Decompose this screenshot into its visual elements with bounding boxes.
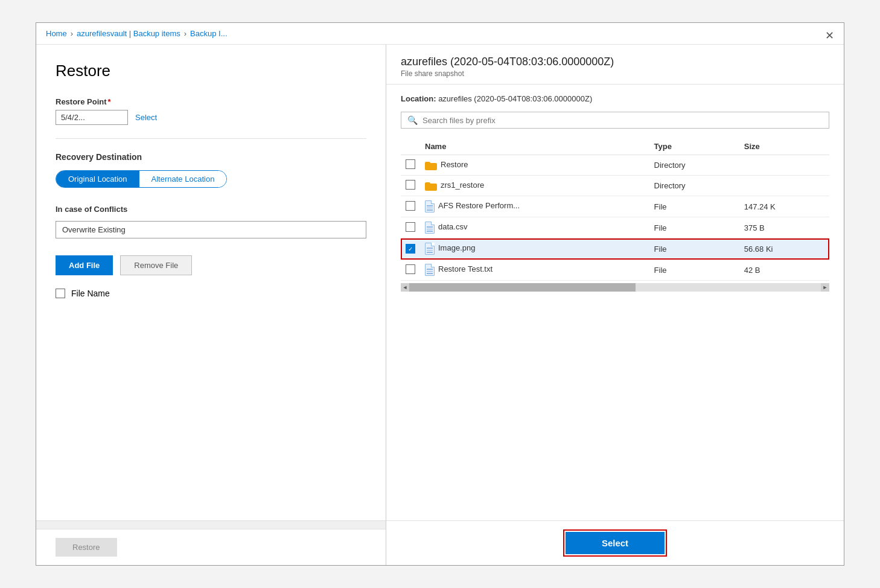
folder-icon — [425, 181, 437, 191]
file-name-label: File Name — [71, 289, 110, 298]
right-header: azurefiles (2020-05-04T08:03:06.0000000Z… — [386, 45, 844, 85]
col-name-header: Name — [420, 138, 649, 155]
right-body: Location: azurefiles (2020-05-04T08:03:0… — [386, 85, 844, 520]
file-icon — [425, 222, 435, 234]
breadcrumb: Home › azurefilesvault | Backup items › … — [36, 23, 844, 45]
row-checkbox[interactable] — [406, 180, 415, 190]
add-file-button[interactable]: Add File — [56, 255, 113, 275]
scroll-right-arrow[interactable]: ► — [821, 283, 829, 292]
divider-1 — [56, 138, 366, 139]
recovery-destination-label: Recovery Destination — [56, 152, 366, 162]
breadcrumb-items[interactable]: Backup I... — [190, 29, 227, 38]
conflicts-label: In case of Conflicts — [56, 205, 366, 214]
search-icon: 🔍 — [407, 115, 418, 125]
left-panel-content: Restore Restore Point* Select Recovery D… — [36, 45, 386, 520]
remove-file-button[interactable]: Remove File — [120, 255, 192, 275]
file-icon — [425, 243, 435, 255]
table-row[interactable]: ✓Image.pngFile56.68 Ki — [401, 238, 829, 260]
page-title: Restore — [56, 62, 366, 80]
original-location-btn[interactable]: Original Location — [56, 171, 139, 187]
file-type: File — [649, 217, 739, 238]
select-button-wrap: Select — [563, 529, 667, 557]
file-type: File — [649, 238, 739, 260]
location-row: Location: azurefiles (2020-05-04T08:03:0… — [401, 94, 829, 103]
breadcrumb-home[interactable]: Home — [46, 29, 67, 38]
file-name-text: zrs1_restore — [441, 181, 484, 190]
row-checkbox[interactable] — [406, 201, 415, 211]
conflicts-section: In case of Conflicts — [56, 205, 366, 238]
select-button[interactable]: Select — [566, 532, 665, 554]
file-name-row: File Name — [56, 289, 366, 298]
table-header-row: Name Type Size — [401, 138, 829, 155]
file-name-text: Restore Test.txt — [438, 264, 493, 273]
row-checkbox[interactable] — [406, 264, 415, 274]
file-size — [739, 155, 829, 176]
file-icon — [425, 264, 435, 276]
table-row[interactable]: RestoreDirectory — [401, 155, 829, 176]
search-input[interactable] — [422, 116, 823, 125]
file-table: Name Type Size RestoreDirectoryzrs1_rest… — [401, 138, 829, 281]
col-checkbox — [401, 138, 420, 155]
select-restore-point-link[interactable]: Select — [135, 113, 157, 122]
file-type: File — [649, 196, 739, 217]
file-size: 147.24 K — [739, 196, 829, 217]
file-icon — [425, 200, 435, 213]
row-checkbox[interactable] — [406, 222, 415, 232]
left-bottom-bar: Restore — [36, 529, 386, 565]
col-size-header: Size — [739, 138, 829, 155]
file-type: Directory — [649, 155, 739, 176]
table-row[interactable]: AFS Restore Perform...File147.24 K — [401, 196, 829, 217]
scroll-track[interactable] — [409, 283, 821, 292]
file-buttons: Add File Remove File — [56, 255, 366, 275]
file-name-text: Image.png — [438, 243, 475, 252]
main-area: Restore Restore Point* Select Recovery D… — [36, 45, 844, 565]
right-bottom-bar: Select — [386, 520, 844, 565]
restore-point-label: Restore Point* — [56, 97, 366, 106]
recovery-destination-toggle: Original Location Alternate Location — [56, 170, 227, 188]
right-panel-subtitle: File share snapshot — [401, 69, 829, 78]
right-panel: azurefiles (2020-05-04T08:03:06.0000000Z… — [386, 45, 844, 565]
scroll-left-arrow[interactable]: ◄ — [401, 283, 409, 292]
table-row[interactable]: zrs1_restoreDirectory — [401, 176, 829, 196]
col-type-header: Type — [649, 138, 739, 155]
left-panel: Restore Restore Point* Select Recovery D… — [36, 45, 386, 565]
file-name-text: data.csv — [438, 222, 467, 231]
left-horizontal-scrollbar[interactable] — [36, 520, 386, 529]
search-box: 🔍 — [401, 112, 829, 129]
outer-frame: Home › azurefilesvault | Backup items › … — [36, 22, 844, 566]
restore-point-input[interactable] — [56, 110, 128, 125]
file-size: 42 B — [739, 260, 829, 281]
folder-icon — [425, 161, 437, 170]
file-type: File — [649, 260, 739, 281]
file-type: Directory — [649, 176, 739, 196]
file-size: 375 B — [739, 217, 829, 238]
location-value: azurefiles (2020-05-04T08:03:06.0000000Z… — [438, 94, 592, 103]
scroll-thumb[interactable] — [409, 283, 636, 292]
horizontal-scrollbar[interactable]: ◄ ► — [401, 283, 829, 292]
row-checkbox[interactable] — [406, 159, 415, 169]
file-name-text: AFS Restore Perform... — [438, 201, 520, 210]
file-name-checkbox[interactable] — [56, 289, 65, 298]
breadcrumb-vault[interactable]: azurefilesvault | Backup items — [77, 29, 180, 38]
alternate-location-btn[interactable]: Alternate Location — [139, 171, 227, 187]
restore-point-row: Select — [56, 110, 366, 125]
table-row[interactable]: Restore Test.txtFile42 B — [401, 260, 829, 281]
file-size: 56.68 Ki — [739, 238, 829, 260]
restore-button[interactable]: Restore — [56, 538, 117, 557]
file-size — [739, 176, 829, 196]
right-panel-title: azurefiles (2020-05-04T08:03:06.0000000Z… — [401, 56, 829, 68]
conflicts-input[interactable] — [56, 221, 366, 238]
table-row[interactable]: data.csvFile375 B — [401, 217, 829, 238]
row-checkbox[interactable]: ✓ — [406, 244, 415, 254]
file-name-text: Restore — [441, 160, 468, 169]
